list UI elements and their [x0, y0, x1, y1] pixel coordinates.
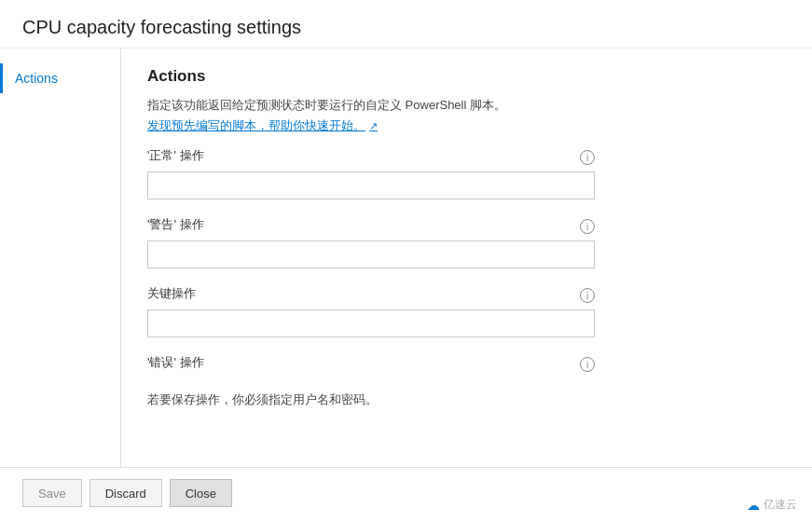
- external-link-icon: ↗: [369, 120, 378, 132]
- warning-field-group: '警告' 操作 i: [147, 216, 786, 268]
- section-title: Actions: [147, 67, 786, 86]
- pre-written-scripts-link[interactable]: 发现预先编写的脚本，帮助你快速开始。 ↗: [147, 117, 378, 134]
- discard-button[interactable]: Discard: [89, 479, 162, 507]
- error-label-row: '错误' 操作 i: [147, 354, 595, 375]
- normal-field-label: '正常' 操作: [147, 147, 204, 164]
- close-button[interactable]: Close: [170, 479, 232, 507]
- error-info-icon[interactable]: i: [580, 357, 595, 372]
- critical-field-label: 关键操作: [147, 285, 196, 302]
- critical-label-text: 关键操作: [147, 285, 196, 302]
- dialog-header: CPU capacity forecasting settings: [0, 0, 812, 48]
- normal-field-input[interactable]: [147, 172, 595, 199]
- section-header: Actions: [147, 67, 786, 86]
- dialog-container: CPU capacity forecasting settings Action…: [0, 0, 812, 522]
- warning-label-text: '警告' 操作: [147, 216, 204, 233]
- dialog-body: Actions Actions 指定该功能返回给定预测状态时要运行的自定义 Po…: [0, 48, 812, 467]
- error-label-text: '错误' 操作: [147, 354, 204, 371]
- error-field-group: '错误' 操作 i: [147, 354, 786, 375]
- sidebar-item-actions[interactable]: Actions: [0, 63, 120, 93]
- link-label: 发现预先编写的脚本，帮助你快速开始。: [147, 117, 365, 134]
- critical-info-icon[interactable]: i: [580, 288, 595, 303]
- warning-field-input[interactable]: [147, 240, 595, 268]
- save-button[interactable]: Save: [22, 479, 82, 507]
- warning-field-label: '警告' 操作: [147, 216, 204, 233]
- dialog-footer: Save Discard Close: [0, 467, 812, 522]
- description-text: 指定该功能返回给定预测状态时要运行的自定义 PowerShell 脚本。: [147, 97, 786, 114]
- watermark-text: 亿速云: [764, 497, 797, 513]
- critical-label-row: 关键操作 i: [147, 285, 595, 306]
- dialog-title: CPU capacity forecasting settings: [22, 17, 790, 38]
- normal-info-icon[interactable]: i: [580, 150, 595, 165]
- critical-field-input[interactable]: [147, 309, 595, 337]
- watermark: ☁ 亿速云: [747, 497, 797, 513]
- normal-label-text: '正常' 操作: [147, 147, 204, 164]
- warning-label-row: '警告' 操作 i: [147, 216, 595, 237]
- normal-field-group: '正常' 操作 i: [147, 147, 786, 199]
- sidebar: Actions: [0, 48, 121, 467]
- save-warning-text: 若要保存操作，你必须指定用户名和密码。: [147, 392, 786, 408]
- error-field-label: '错误' 操作: [147, 354, 204, 371]
- watermark-icon: ☁: [747, 498, 760, 513]
- critical-field-group: 关键操作 i: [147, 285, 786, 337]
- content-area: Actions 指定该功能返回给定预测状态时要运行的自定义 PowerShell…: [121, 48, 812, 467]
- warning-info-icon[interactable]: i: [580, 219, 595, 234]
- normal-label-row: '正常' 操作 i: [147, 147, 595, 168]
- sidebar-item-label: Actions: [15, 71, 58, 86]
